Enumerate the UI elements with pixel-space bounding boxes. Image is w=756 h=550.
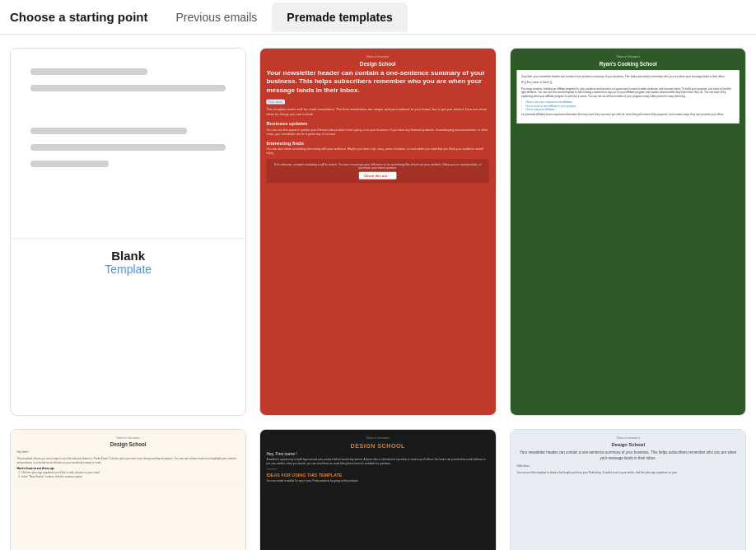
col-greeting: Hey there! bbox=[16, 450, 240, 454]
blank-title: Blank bbox=[24, 249, 232, 263]
blog-preview: View in browser Design School Your newsl… bbox=[511, 430, 745, 550]
templates-grid: Blank Template View in browser Design Sc… bbox=[0, 35, 756, 550]
aff-link-1: How to turn your customers into affiliat… bbox=[525, 100, 735, 103]
nl-tagline: Your newsletter header can contain a one… bbox=[267, 68, 490, 95]
wl-school: DESIGN SCHOOL bbox=[267, 442, 490, 449]
blog-topbar: View in browser bbox=[516, 436, 740, 440]
aff-topbar: View in browser bbox=[516, 54, 740, 58]
col-body: This template shows you some ways to use… bbox=[16, 457, 240, 464]
affiliate-footer: Affiliate sign-up email Template bbox=[511, 415, 745, 416]
aff-link-2: How to invite a new affiliate to your pr… bbox=[525, 105, 735, 107]
col-list-item-2: In the "New Section" toolbar, click the … bbox=[21, 474, 240, 478]
page-title: Choose a starting point bbox=[10, 10, 148, 24]
aff-link-3: How to pay your affiliates bbox=[525, 108, 735, 110]
wl-divider bbox=[267, 468, 278, 469]
blog-school: Design School bbox=[516, 442, 740, 448]
wl-body: A waitlist is a great way to build hype … bbox=[267, 458, 490, 465]
card-affiliate[interactable]: View in browser Ryan's Cooking School If… bbox=[510, 48, 746, 416]
nl-body: This template works well for email newsl… bbox=[267, 107, 490, 116]
col-school: Design School bbox=[16, 442, 240, 448]
blank-preview bbox=[11, 49, 245, 238]
tab-previous-emails[interactable]: Previous emails bbox=[161, 2, 273, 32]
nl-section1-body: You can use this space to update your fo… bbox=[267, 128, 490, 136]
aff-school: Ryan's Cooking School bbox=[516, 61, 740, 67]
nl-school: Design School bbox=[267, 61, 490, 67]
nl-cta-btn: Check this out → bbox=[359, 172, 397, 179]
nl-section2-title: Interesting finds bbox=[267, 140, 490, 146]
wl-section-title: IDEAS FOR USING THIS TEMPLATE bbox=[267, 473, 490, 478]
columns-preview: View in browser Design School Hey there!… bbox=[11, 430, 245, 550]
blog-body: You can use this template to share a ful… bbox=[516, 470, 740, 474]
card-waitlist[interactable]: View in browser DESIGN SCHOOL Hey, First… bbox=[259, 429, 496, 550]
card-blog[interactable]: View in browser Design School Your newsl… bbox=[510, 429, 746, 550]
card-blank[interactable]: Blank Template bbox=[10, 48, 246, 416]
tab-premade-templates[interactable]: Premade templates bbox=[272, 2, 407, 32]
header: Choose a starting point Previous emails … bbox=[0, 0, 756, 35]
card-columns[interactable]: View in browser Design School Hey there!… bbox=[10, 429, 246, 550]
affiliate-preview: View in browser Ryan's Cooking School If… bbox=[511, 49, 745, 415]
wl-topbar: View in browser bbox=[267, 436, 490, 440]
blog-tagline: Your newsletter header can contain a one… bbox=[516, 450, 740, 461]
col-topbar: View in browser bbox=[16, 436, 240, 440]
nl-section2-body: You can also share something interesting… bbox=[267, 147, 490, 156]
nl-section1-title: Business updates bbox=[267, 121, 490, 127]
nl-firstname-badge: First name bbox=[267, 100, 285, 105]
aff-greeting: Hi {{ first_name or 'there' }}, bbox=[520, 81, 735, 85]
aff-body: For many creators, building an affiliate… bbox=[520, 86, 735, 98]
blank-subtitle: Template bbox=[24, 263, 232, 276]
aff-closing: Let potential affiliates know important … bbox=[520, 113, 735, 117]
newsletter-footer: Newsletter (long-form text) Template bbox=[260, 415, 495, 416]
nl-topbar: View in browser bbox=[267, 54, 490, 58]
waitlist-preview: View in browser DESIGN SCHOOL Hey, First… bbox=[260, 430, 495, 550]
aff-tagline: If you like, your newsletter header can … bbox=[520, 75, 735, 79]
wl-section-body: You can create a waitlist for any of you… bbox=[267, 479, 490, 483]
nl-cta-text: If it's relevant, consider including a c… bbox=[270, 163, 486, 170]
wl-greeting: Hey, First name ! bbox=[267, 451, 490, 455]
card-newsletter[interactable]: View in browser Design School Your newsl… bbox=[259, 48, 496, 416]
newsletter-preview: View in browser Design School Your newsl… bbox=[260, 49, 495, 415]
blank-footer: Blank Template bbox=[11, 238, 245, 286]
blog-greeting: Hello there, bbox=[516, 464, 740, 468]
